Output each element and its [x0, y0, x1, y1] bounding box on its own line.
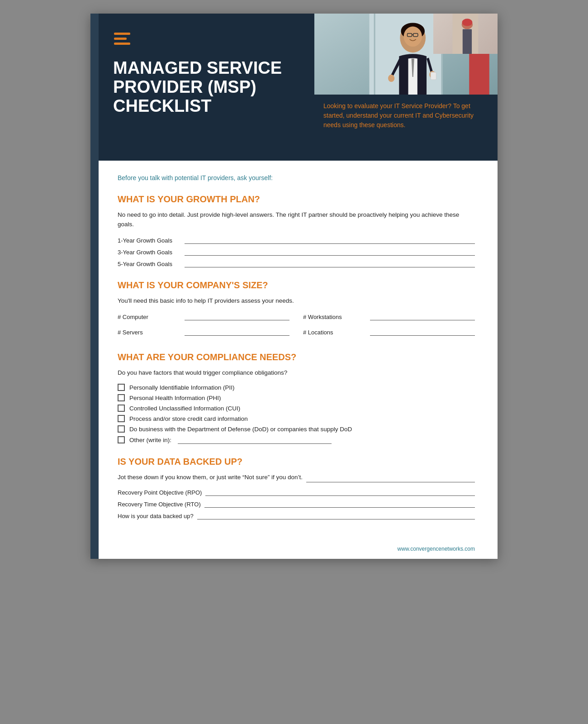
size-field-servers: # Servers: [118, 328, 289, 336]
header-right: Looking to evaluate your IT Service Prov…: [314, 14, 498, 161]
size-field-workstations: # Workstations: [303, 312, 475, 320]
size-label-workstations: # Workstations: [303, 314, 366, 320]
size-field-locations: # Locations: [303, 328, 475, 336]
section-body-size: You'll need this basic info to help IT p…: [118, 296, 475, 306]
photo-corner: [433, 14, 498, 54]
size-line-locations[interactable]: [370, 328, 475, 336]
section-title-compliance: WHAT ARE YOUR COMPLIANCE NEEDS?: [118, 352, 475, 362]
backup-intro-input-line[interactable]: [306, 474, 475, 482]
section-title-growth: WHAT IS YOUR GROWTH PLAN?: [118, 194, 475, 205]
checkbox-phi: Personal Health Information (PHI): [118, 394, 475, 401]
growth-label-2: 3-Year Growth Goals: [118, 249, 181, 256]
backup-label-rpo: Recovery Point Objective (RPO): [118, 489, 202, 496]
backup-line-rpo[interactable]: [205, 488, 475, 496]
svg-rect-0: [114, 33, 130, 35]
checkbox-label-cui: Controlled Unclassified Information (CUI…: [129, 405, 240, 412]
main-content: Before you talk with potential IT provid…: [90, 161, 498, 541]
backup-label-how: How is your data backed up?: [118, 513, 194, 519]
page-footer: www.convergencenetworks.com: [90, 541, 498, 559]
svg-point-9: [403, 27, 422, 47]
growth-line-1[interactable]: [185, 236, 475, 244]
size-line-workstations[interactable]: [370, 312, 475, 320]
section-title-backup: IS YOUR DATA BACKED UP?: [118, 457, 475, 467]
logo-icon: [113, 32, 296, 50]
header: MANAGED SERVICE PROVIDER (MSP) CHECKLIST: [90, 14, 498, 161]
backup-field-rpo: Recovery Point Objective (RPO): [118, 488, 475, 496]
growth-line-3[interactable]: [185, 259, 475, 267]
checkbox-cui: Controlled Unclassified Information (CUI…: [118, 405, 475, 412]
backup-body: Jot these down if you know them, or just…: [118, 472, 303, 482]
other-write-in-line[interactable]: [178, 436, 332, 444]
main-title: MANAGED SERVICE PROVIDER (MSP) CHECKLIST: [113, 59, 296, 115]
intro-text: Before you talk with potential IT provid…: [118, 174, 475, 181]
svg-rect-18: [469, 49, 489, 94]
checkbox-label-credit: Process and/or store credit card informa…: [129, 415, 248, 422]
checkbox-other: Other (write in):: [118, 436, 475, 444]
svg-rect-22: [463, 29, 472, 54]
section-title-size: WHAT IS YOUR COMPANY'S SIZE?: [118, 280, 475, 291]
page-wrapper: MANAGED SERVICE PROVIDER (MSP) CHECKLIST: [90, 14, 498, 559]
section-body-compliance: Do you have factors that would trigger c…: [118, 368, 475, 378]
orange-text-box: Looking to evaluate your IT Service Prov…: [314, 95, 498, 139]
size-line-servers[interactable]: [185, 328, 289, 336]
backup-field-rto: Recovery Time Objective (RTO): [118, 500, 475, 508]
checkbox-credit: Process and/or store credit card informa…: [118, 415, 475, 422]
checkbox-box-other[interactable]: [118, 436, 125, 443]
section-body-growth: No need to go into detail. Just provide …: [118, 210, 475, 229]
growth-label-1: 1-Year Growth Goals: [118, 237, 181, 244]
growth-line-2[interactable]: [185, 248, 475, 256]
svg-rect-1: [114, 38, 127, 40]
growth-label-3: 5-Year Growth Goals: [118, 261, 181, 267]
svg-rect-2: [114, 43, 130, 45]
growth-field-2: 3-Year Growth Goals: [118, 248, 475, 256]
backup-intro-line: Jot these down if you know them, or just…: [118, 472, 475, 482]
backup-line-how[interactable]: [197, 511, 475, 519]
size-field-computer: # Computer: [118, 312, 289, 320]
svg-rect-15: [431, 72, 436, 80]
size-fields: # Computer # Workstations # Servers # Lo…: [118, 312, 475, 339]
left-accent-bar: [90, 14, 99, 559]
growth-field-1: 1-Year Growth Goals: [118, 236, 475, 244]
checkbox-label-phi: Personal Health Information (PHI): [129, 395, 221, 401]
svg-point-21: [462, 19, 473, 26]
header-orange-text: Looking to evaluate your IT Service Prov…: [323, 101, 488, 130]
size-label-computer: # Computer: [118, 314, 181, 320]
header-left: MANAGED SERVICE PROVIDER (MSP) CHECKLIST: [90, 14, 314, 161]
growth-fields: 1-Year Growth Goals 3-Year Growth Goals …: [118, 236, 475, 267]
checkbox-label-pii: Personally Identifiable Information (PII…: [129, 384, 235, 391]
size-label-servers: # Servers: [118, 329, 181, 336]
backup-label-rto: Recovery Time Objective (RTO): [118, 501, 201, 508]
backup-field-how: How is your data backed up?: [118, 511, 475, 519]
size-label-locations: # Locations: [303, 329, 366, 336]
checkbox-box-phi[interactable]: [118, 394, 125, 401]
checkbox-dod: Do business with the Department of Defen…: [118, 425, 475, 433]
checkbox-box-cui[interactable]: [118, 405, 125, 412]
checkbox-box-credit[interactable]: [118, 415, 125, 422]
checkbox-label-dod: Do business with the Department of Defen…: [129, 426, 352, 433]
checkbox-box-dod[interactable]: [118, 425, 125, 433]
header-photo: [314, 14, 498, 95]
size-line-computer[interactable]: [185, 312, 289, 320]
checkbox-box-pii[interactable]: [118, 384, 125, 391]
svg-rect-5: [374, 14, 375, 95]
checkbox-pii: Personally Identifiable Information (PII…: [118, 384, 475, 391]
compliance-checkboxes: Personally Identifiable Information (PII…: [118, 384, 475, 444]
checkbox-label-other: Other (write in):: [129, 437, 171, 443]
growth-field-3: 5-Year Growth Goals: [118, 259, 475, 267]
footer-website: www.convergencenetworks.com: [398, 546, 475, 552]
svg-point-13: [388, 75, 394, 82]
backup-fields: Recovery Point Objective (RPO) Recovery …: [118, 488, 475, 519]
backup-line-rto[interactable]: [204, 500, 475, 508]
